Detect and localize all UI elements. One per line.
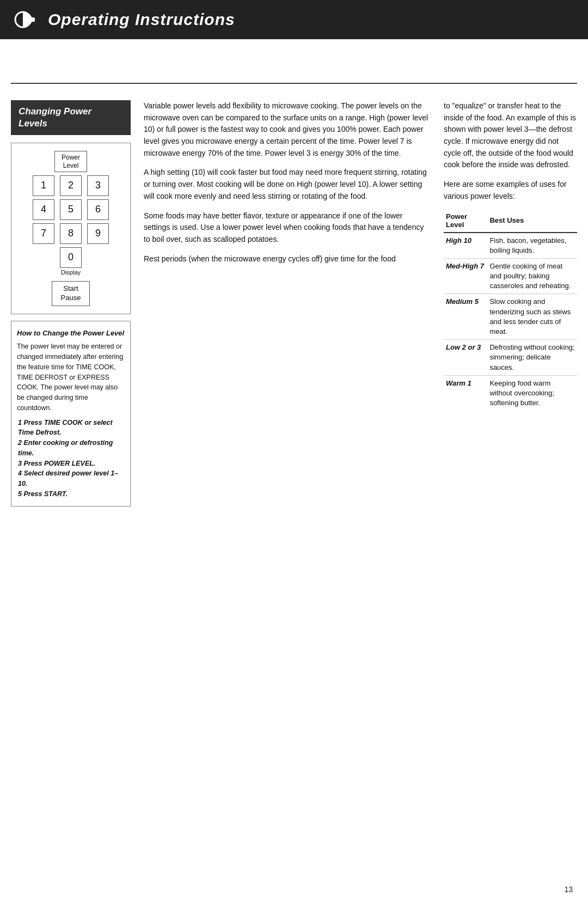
- how-to-box: How to Change the Power Level The power …: [11, 321, 131, 507]
- section-title-box: Changing Power Levels: [11, 100, 131, 135]
- key-5: 5: [60, 199, 82, 220]
- middle-panel: Variable power levels add flexibility to…: [131, 100, 444, 507]
- page-number: 13: [564, 885, 573, 894]
- uses-warm1: Keeping food warm without overcooking; s…: [487, 375, 577, 411]
- step-5: 5 Press START.: [17, 489, 125, 499]
- table-row: Low 2 or 3 Defrosting without cooking; s…: [444, 340, 577, 376]
- key-9: 9: [87, 223, 109, 244]
- middle-para-1: Variable power levels add flexibility to…: [144, 100, 431, 159]
- middle-para-3: Some foods may have better flavor, textu…: [144, 210, 431, 246]
- power-levels-table: Power Level Best Uses High 10 Fish, baco…: [444, 210, 577, 411]
- key-3: 3: [87, 175, 109, 196]
- brand-logo: [11, 5, 39, 34]
- keypad-diagram: Power Level 1 2 3 4 5 6 7 8 9 0 Display: [11, 143, 131, 314]
- right-para-1: to "equalize" or transfer heat to the in…: [444, 100, 577, 171]
- step-4: 4 Select desired power level 1–10.: [17, 468, 125, 489]
- power-level-button: Power Level: [54, 151, 87, 172]
- uses-medhigh7: Gentle cooking of meat and poultry; baki…: [487, 258, 577, 294]
- table-row: Warm 1 Keeping food warm without overcoo…: [444, 375, 577, 411]
- table-row: Medium 5 Slow cooking and tenderizing su…: [444, 294, 577, 340]
- table-row: High 10 Fish, bacon, vegetables, boiling…: [444, 233, 577, 259]
- main-content: Changing Power Levels Power Level 1 2 3 …: [0, 89, 588, 517]
- table-header-level: Power Level: [444, 210, 487, 233]
- level-medium5: Medium 5: [444, 294, 487, 340]
- middle-para-2: A high setting (10) will cook faster but…: [144, 167, 431, 202]
- key-6: 6: [87, 199, 109, 220]
- level-low23: Low 2 or 3: [444, 340, 487, 376]
- svg-rect-1: [29, 17, 35, 22]
- keypad-row-2: 4 5 6: [33, 199, 109, 220]
- steps-list: 1 Press TIME COOK or select Time Defrost…: [17, 418, 125, 499]
- section-title: Changing Power Levels: [19, 106, 123, 130]
- uses-medium5: Slow cooking and tenderizing such as ste…: [487, 294, 577, 340]
- how-to-title: How to Change the Power Level: [17, 328, 125, 339]
- key-0: 0: [60, 247, 82, 268]
- level-warm1: Warm 1: [444, 375, 487, 411]
- uses-low23: Defrosting without cooking; simmering; d…: [487, 340, 577, 376]
- how-to-body: The power level may be entered or change…: [17, 341, 125, 413]
- key-2: 2: [60, 175, 82, 196]
- top-divider: [11, 83, 577, 84]
- step-1: 1 Press TIME COOK or select Time Defrost…: [17, 418, 125, 438]
- key-7: 7: [33, 223, 54, 244]
- keypad-row-3: 7 8 9: [33, 223, 109, 244]
- display-label: Display: [61, 269, 81, 276]
- uses-high10: Fish, bacon, vegetables, boiling liquids…: [487, 233, 577, 259]
- page-header: Operating Instructions: [0, 0, 588, 39]
- level-high10: High 10: [444, 233, 487, 259]
- zero-display-group: 0 Display: [60, 247, 82, 276]
- middle-para-4: Rest periods (when the microwave energy …: [144, 253, 431, 265]
- page-title: Operating Instructions: [48, 10, 235, 29]
- keypad-row-1: 1 2 3: [33, 175, 109, 196]
- right-para-2: Here are some examples of uses for vario…: [444, 179, 577, 202]
- step-2: 2 Enter cooking or defrosting time.: [17, 438, 125, 459]
- left-panel: Changing Power Levels Power Level 1 2 3 …: [11, 100, 131, 507]
- key-1: 1: [33, 175, 54, 196]
- level-medhigh7: Med-High 7: [444, 258, 487, 294]
- step-3: 3 Press POWER LEVEL.: [17, 459, 125, 469]
- table-header-uses: Best Uses: [487, 210, 577, 233]
- start-pause-button: Start Pause: [52, 281, 90, 306]
- key-8: 8: [60, 223, 82, 244]
- table-row: Med-High 7 Gentle cooking of meat and po…: [444, 258, 577, 294]
- key-4: 4: [33, 199, 54, 220]
- right-panel: to "equalize" or transfer heat to the in…: [444, 100, 577, 507]
